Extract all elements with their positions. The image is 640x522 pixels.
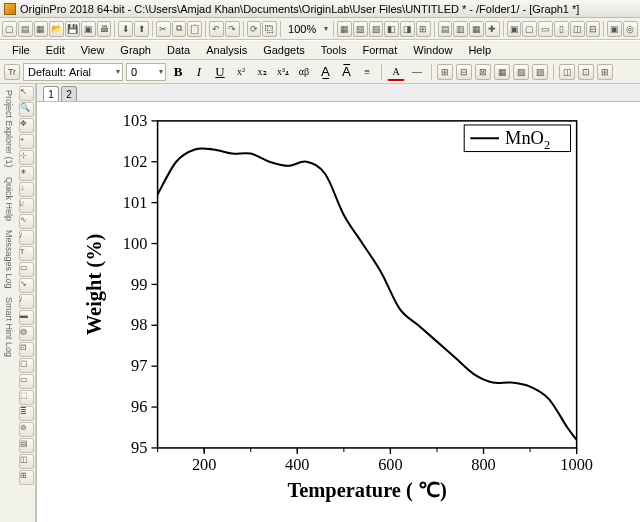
side-tool-11[interactable]: ▭ [19,262,34,277]
side-tool-16[interactable]: ⊡ [19,342,34,357]
zoom-combo[interactable]: 100% [284,23,330,35]
menu-tools[interactable]: Tools [313,42,355,58]
new-workbook-button[interactable]: ▤ [18,21,33,37]
graph-tool-8[interactable]: ⊡ [578,64,594,80]
superscript-button[interactable]: x² [232,63,250,81]
import-button[interactable]: ⬇ [118,21,133,37]
save-button[interactable]: 💾 [65,21,80,37]
menu-view[interactable]: View [73,42,113,58]
italic-button[interactable]: I [190,63,208,81]
tool-k-button[interactable]: ▢ [522,21,537,37]
side-tool-24[interactable]: ⊞ [19,470,34,485]
side-tool-13[interactable]: / [19,294,34,309]
cut-button[interactable]: ✂ [156,21,171,37]
graph-tool-3[interactable]: ⊠ [475,64,491,80]
menu-graph[interactable]: Graph [112,42,159,58]
smart-hint-tab[interactable]: Smart Hint Log [4,293,14,361]
font-color-button[interactable]: A [387,63,405,81]
project-explorer-tab[interactable]: Project Explorer (1) [4,86,14,172]
menu-file[interactable]: File [4,42,38,58]
graph-tool-9[interactable]: ⊞ [597,64,613,80]
menu-help[interactable]: Help [460,42,499,58]
menu-format[interactable]: Format [354,42,405,58]
tool-b-button[interactable]: ▧ [353,21,368,37]
digitizer-button[interactable]: ✚ [485,21,500,37]
side-tool-4[interactable]: ⊹ [19,150,34,165]
tool-f-button[interactable]: ⊞ [416,21,431,37]
tool-q-button[interactable]: ◎ [623,21,638,37]
tool-h-button[interactable]: ▥ [453,21,468,37]
graph-tool-5[interactable]: ▧ [513,64,529,80]
side-tool-18[interactable]: ▭ [19,374,34,389]
paste-button[interactable]: 📋 [187,21,202,37]
menu-window[interactable]: Window [405,42,460,58]
tool-l-button[interactable]: ▭ [538,21,553,37]
graph-tool-1[interactable]: ⊞ [437,64,453,80]
tool-j-button[interactable]: ▣ [507,21,522,37]
bold-button[interactable]: B [169,63,187,81]
side-tool-7[interactable]: ⟀ [19,198,34,213]
new-project-button[interactable]: ▢ [2,21,17,37]
template-button[interactable]: ▣ [81,21,96,37]
greek-button[interactable]: αβ [295,63,313,81]
side-tool-20[interactable]: ≣ [19,406,34,421]
side-tool-22[interactable]: ▤ [19,438,34,453]
copy-button[interactable]: ⧉ [172,21,187,37]
undo-button[interactable]: ↶ [209,21,224,37]
tool-a-button[interactable]: ▦ [337,21,352,37]
layer-tab-1[interactable]: 1 [43,86,59,101]
menu-data[interactable]: Data [159,42,198,58]
underline-button[interactable]: U [211,63,229,81]
layer-tab-2[interactable]: 2 [61,86,77,101]
tool-i-button[interactable]: ▦ [469,21,484,37]
side-tool-10[interactable]: T [19,246,34,261]
increase-font-button[interactable]: A̲ [316,63,334,81]
graph-canvas[interactable]: 20040060080010009596979899100101102103Te… [37,102,640,522]
side-tool-14[interactable]: ▬ [19,310,34,325]
graph-tool-2[interactable]: ⊟ [456,64,472,80]
tool-g-button[interactable]: ▤ [438,21,453,37]
line-style-button[interactable]: ― [408,63,426,81]
refresh-button[interactable]: ⟳ [247,21,262,37]
new-graph-button[interactable]: ▦ [34,21,49,37]
font-size-combo[interactable]: 0 [126,63,166,81]
side-tool-19[interactable]: ⬚ [19,390,34,405]
subscript-button[interactable]: x₂ [253,63,271,81]
side-tool-17[interactable]: ▢ [19,358,34,373]
side-tool-6[interactable]: ⟂ [19,182,34,197]
messages-log-tab[interactable]: Messages Log [4,226,14,293]
side-tool-8[interactable]: ∿ [19,214,34,229]
menu-edit[interactable]: Edit [38,42,73,58]
side-tool-5[interactable]: ∗ [19,166,34,181]
side-tool-0[interactable]: ↖ [19,86,34,101]
graph-tool-6[interactable]: ▨ [532,64,548,80]
text-tool-button[interactable]: Tr [4,64,20,80]
tool-p-button[interactable]: ▣ [607,21,622,37]
side-tool-23[interactable]: ◫ [19,454,34,469]
legend[interactable]: MnO2 [464,125,570,153]
redo-button[interactable]: ↷ [225,21,240,37]
print-button[interactable]: 🖶 [97,21,112,37]
tool-n-button[interactable]: ◫ [570,21,585,37]
side-tool-15[interactable]: ◍ [19,326,34,341]
data-curve[interactable] [158,148,577,439]
menu-gadgets[interactable]: Gadgets [255,42,313,58]
side-tool-1[interactable]: 🔍 [19,102,34,117]
side-tool-21[interactable]: ⊚ [19,422,34,437]
open-button[interactable]: 📂 [49,21,64,37]
graph-tool-4[interactable]: ▦ [494,64,510,80]
align-button[interactable]: ≡ [358,63,376,81]
export-button[interactable]: ⬆ [134,21,149,37]
decrease-font-button[interactable]: A̅ [337,63,355,81]
tool-o-button[interactable]: ⊟ [586,21,601,37]
supersubscript-button[interactable]: x³₄ [274,63,292,81]
graph-tool-7[interactable]: ◫ [559,64,575,80]
tool-d-button[interactable]: ◧ [384,21,399,37]
menu-analysis[interactable]: Analysis [198,42,255,58]
tool-e-button[interactable]: ◨ [400,21,415,37]
side-tool-2[interactable]: ✥ [19,118,34,133]
tool-c-button[interactable]: ▨ [369,21,384,37]
quick-help-tab[interactable]: Quick Help [4,173,14,225]
font-name-combo[interactable]: Default: Arial [23,63,123,81]
side-tool-3[interactable]: + [19,134,34,149]
